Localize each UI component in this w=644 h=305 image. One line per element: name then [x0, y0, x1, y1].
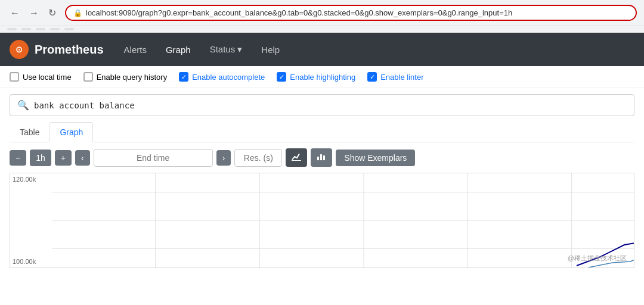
browser-bar: ← → ↻ 🔒 — [0, 0, 644, 26]
y-label-mid: 100.00k — [13, 258, 49, 265]
lock-icon: 🔒 — [73, 9, 82, 17]
query-input[interactable] — [34, 101, 627, 110]
nav-links: Alerts Graph Status ▾ Help — [116, 33, 289, 66]
range-increase-button[interactable]: + — [55, 150, 72, 166]
prometheus-logo-icon: ⊙ — [13, 43, 25, 55]
enable-linter-checkbox[interactable]: ✓ — [367, 72, 377, 82]
show-exemplars-button[interactable]: Show Exemplars — [336, 150, 415, 166]
chart-area: 120.00k 100.00k @稀土掘金技术社区 — [10, 173, 634, 268]
end-time-input[interactable] — [94, 149, 213, 167]
enable-highlighting-option[interactable]: ✓ Enable highlighting — [277, 72, 355, 82]
enable-query-history-option[interactable]: Enable query history — [83, 72, 168, 82]
navbar: ⊙ Prometheus Alerts Graph Status ▾ Help — [0, 33, 644, 66]
svg-text:⊙: ⊙ — [16, 45, 23, 54]
search-icon: 🔍 — [17, 99, 29, 111]
url-input[interactable] — [86, 8, 628, 17]
resolution-input[interactable] — [234, 149, 282, 167]
bar-chart-button[interactable] — [311, 148, 332, 167]
range-decrease-button[interactable]: − — [10, 150, 26, 166]
nav-graph[interactable]: Graph — [157, 40, 199, 60]
enable-autocomplete-checkbox[interactable]: ✓ — [179, 72, 188, 82]
svg-rect-3 — [317, 157, 319, 160]
enable-query-history-checkbox[interactable] — [83, 72, 93, 82]
bookmark-item[interactable] — [36, 28, 45, 30]
nav-help[interactable]: Help — [253, 40, 288, 60]
range-display: 1h — [30, 150, 51, 166]
forward-button[interactable]: → — [26, 7, 42, 20]
use-local-time-checkbox[interactable] — [10, 72, 19, 82]
reload-button[interactable]: ↻ — [45, 6, 59, 20]
tab-graph[interactable]: Graph — [49, 122, 93, 142]
chart-grid — [52, 173, 634, 267]
graph-controls: − 1h + ‹ › Show Exemplars — [0, 142, 644, 173]
enable-autocomplete-option[interactable]: ✓ Enable autocomplete — [179, 72, 265, 82]
y-label-top: 120.00k — [13, 176, 49, 183]
time-prev-button[interactable]: ‹ — [75, 150, 90, 166]
svg-rect-5 — [323, 155, 325, 160]
bar-chart-icon — [317, 152, 326, 161]
time-next-button[interactable]: › — [216, 150, 231, 166]
back-button[interactable]: ← — [7, 7, 23, 20]
navbar-brand: ⊙ Prometheus — [10, 40, 104, 59]
nav-status[interactable]: Status ▾ — [202, 39, 251, 60]
bookmark-item[interactable] — [50, 28, 60, 30]
line-chart-button[interactable] — [286, 148, 307, 167]
watermark: @稀土掘金技术社区 — [568, 254, 627, 263]
options-bar: Use local time Enable query history ✓ En… — [0, 66, 644, 88]
address-bar[interactable]: 🔒 — [65, 5, 637, 21]
tab-table[interactable]: Table — [10, 122, 49, 142]
query-tabs: Table Graph — [10, 122, 634, 142]
enable-linter-option[interactable]: ✓ Enable linter — [367, 72, 423, 82]
brand-name: Prometheus — [35, 43, 104, 57]
browser-nav-buttons: ← → ↻ — [7, 6, 59, 20]
svg-rect-4 — [320, 154, 322, 160]
svg-rect-2 — [292, 160, 301, 161]
brand-icon: ⊙ — [10, 40, 29, 59]
search-bar: 🔍 — [10, 94, 634, 116]
line-chart-icon — [292, 152, 301, 161]
bookmark-item[interactable] — [21, 28, 31, 30]
nav-alerts[interactable]: Alerts — [116, 40, 155, 60]
bookmarks-bar — [0, 26, 644, 33]
bookmark-item[interactable] — [7, 28, 17, 30]
enable-highlighting-checkbox[interactable]: ✓ — [277, 72, 286, 82]
use-local-time-option[interactable]: Use local time — [10, 72, 72, 82]
chart-y-labels: 120.00k 100.00k — [10, 173, 52, 267]
bookmark-item[interactable] — [64, 28, 74, 30]
